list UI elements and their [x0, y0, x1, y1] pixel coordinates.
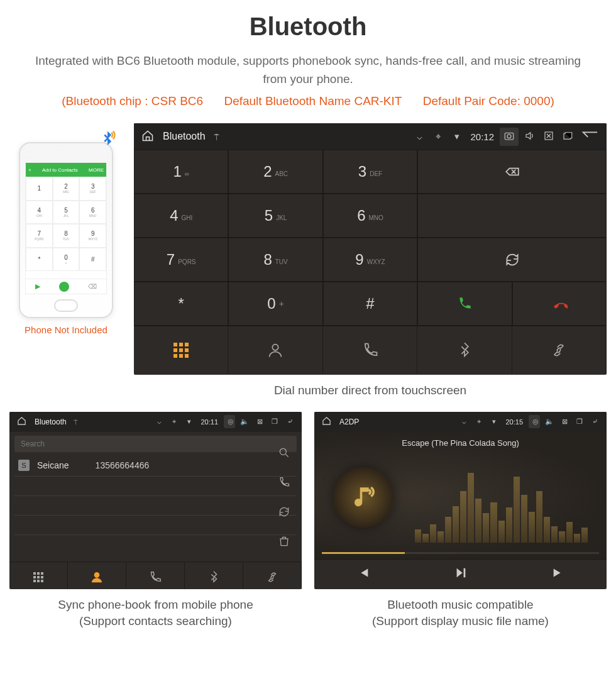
key-3[interactable]: 3DEF	[323, 150, 417, 194]
volume-icon[interactable]: 🔈	[544, 418, 555, 426]
screen-title: A2DP	[339, 418, 359, 426]
contacts-caption: Sync phone-book from mobile phone(Suppor…	[9, 597, 302, 630]
key-0[interactable]: 0+	[228, 282, 322, 326]
volume-icon[interactable]: 🔈	[239, 418, 250, 426]
phone-illustration: + Add to ContactsMORE 12ABC3DEF4GHI5JKL6…	[9, 123, 123, 335]
spec-chip: (Bluetooth chip : CSR BC6	[62, 94, 203, 108]
track-title: Escape (The Pina Colada Song)	[314, 432, 607, 454]
dialer-caption: Dial number direct from touchscreen	[134, 382, 607, 399]
spec-name: Default Bluetooth Name CAR-KIT	[224, 94, 402, 108]
key-hash[interactable]: #	[323, 282, 417, 326]
clock: 20:15	[505, 418, 523, 426]
next-button[interactable]	[551, 566, 565, 582]
bluetooth-icon: ⌵	[412, 131, 427, 142]
backspace-button[interactable]	[417, 150, 607, 194]
key-1[interactable]: 1∞	[134, 150, 228, 194]
page-title: Bluetooth	[9, 13, 607, 41]
location-icon: ⌖	[473, 418, 485, 426]
tab-pair[interactable]	[243, 562, 302, 589]
close-app-icon[interactable]	[541, 130, 556, 143]
tab-call-log[interactable]	[126, 562, 185, 589]
dialer-screenshot: Bluetooth ⍑ ⌵ ⌖ ▾ 20:12 1∞2ABC3DEF4GHI5J…	[134, 123, 607, 375]
svg-rect-0	[505, 133, 514, 140]
sync-icon[interactable]	[278, 506, 290, 521]
volume-icon[interactable]	[522, 130, 537, 143]
home-icon[interactable]	[321, 416, 332, 427]
home-icon[interactable]	[140, 130, 155, 144]
tab-call-log[interactable]	[323, 326, 417, 373]
back-icon[interactable]	[579, 130, 600, 143]
tab-pair[interactable]	[512, 326, 607, 373]
phone-call-icon	[59, 282, 69, 292]
delete-icon[interactable]	[278, 535, 290, 550]
contact-row[interactable]: S Seicane 13566664466	[9, 455, 302, 476]
key-6[interactable]: 6MNO	[323, 194, 417, 238]
screen-title: Bluetooth	[35, 418, 67, 426]
location-icon: ⌖	[168, 418, 180, 426]
key-5[interactable]: 5JKL	[228, 194, 322, 238]
page-subtitle: Integrated with BC6 Bluetooth module, su…	[35, 52, 581, 88]
recent-apps-icon[interactable]: ❐	[269, 418, 280, 426]
usb-icon: ⍑	[70, 418, 82, 426]
svg-point-4	[272, 344, 278, 350]
recent-apps-icon[interactable]: ❐	[574, 418, 585, 426]
back-icon[interactable]: ⤶	[589, 418, 600, 426]
back-icon[interactable]: ⤶	[284, 418, 295, 426]
key-star[interactable]: *	[134, 282, 228, 326]
screenshot-icon[interactable]: ◎	[224, 415, 235, 428]
tab-bluetooth[interactable]	[417, 326, 512, 373]
clock: 20:11	[201, 418, 218, 426]
album-art	[333, 467, 393, 528]
contact-badge: S	[18, 460, 30, 471]
wifi-icon: ▾	[449, 131, 465, 142]
search-icon[interactable]	[278, 446, 290, 462]
svg-point-6	[94, 573, 99, 577]
key-8[interactable]: 8TUV	[228, 238, 322, 282]
phone-caption: Phone Not Included	[9, 324, 123, 335]
play-pause-button[interactable]	[454, 566, 468, 582]
usb-icon: ⍑	[209, 131, 224, 142]
prev-button[interactable]	[356, 566, 370, 582]
bluetooth-signal-icon	[98, 130, 117, 152]
spec-code: Default Pair Code: 0000)	[423, 94, 554, 108]
bluetooth-specs: (Bluetooth chip : CSR BC6 Default Blueto…	[9, 94, 607, 108]
contact-name: Seicane	[37, 460, 69, 470]
svg-point-5	[280, 448, 286, 455]
tab-contacts[interactable]	[68, 562, 126, 589]
svg-point-1	[507, 134, 511, 138]
music-caption: Bluetooth music compatible(Support displ…	[314, 597, 607, 630]
progress-bar[interactable]	[322, 552, 599, 554]
empty-cell	[417, 194, 607, 238]
recent-apps-icon[interactable]	[560, 130, 575, 143]
tab-dialpad[interactable]	[9, 562, 68, 589]
tab-dialpad[interactable]	[134, 326, 228, 373]
screenshot-icon[interactable]	[500, 128, 519, 146]
key-7[interactable]: 7PQRS	[134, 238, 228, 282]
hangup-button[interactable]	[512, 282, 607, 326]
wifi-icon: ▾	[184, 418, 195, 426]
tab-contacts[interactable]	[228, 326, 322, 373]
key-4[interactable]: 4GHI	[134, 194, 228, 238]
bluetooth-icon: ⌵	[153, 418, 165, 426]
home-icon[interactable]	[16, 416, 27, 427]
call-button[interactable]	[417, 282, 512, 326]
screenshot-icon[interactable]: ◎	[529, 415, 540, 428]
screen-title: Bluetooth	[163, 131, 206, 142]
close-app-icon[interactable]: ⊠	[559, 418, 570, 426]
key-9[interactable]: 9WXYZ	[323, 238, 417, 282]
tab-bluetooth[interactable]	[185, 562, 243, 589]
bluetooth-icon: ⌵	[458, 418, 470, 426]
location-icon: ⌖	[431, 131, 446, 142]
call-icon[interactable]	[278, 476, 290, 491]
clock: 20:12	[470, 131, 494, 142]
redial-button[interactable]	[417, 238, 607, 282]
contacts-screenshot: Bluetooth ⍑ ⌵ ⌖ ▾ 20:11 ◎ 🔈 ⊠ ❐ ⤶ Search	[9, 412, 302, 589]
music-screenshot: A2DP ⌵ ⌖ ▾ 20:15 ◎ 🔈 ⊠ ❐ ⤶ Escape (The P…	[314, 412, 607, 589]
wifi-icon: ▾	[488, 418, 500, 426]
contact-number: 13566664466	[96, 460, 150, 470]
key-2[interactable]: 2ABC	[228, 150, 322, 194]
search-input[interactable]: Search	[14, 436, 297, 452]
close-app-icon[interactable]: ⊠	[254, 418, 265, 426]
